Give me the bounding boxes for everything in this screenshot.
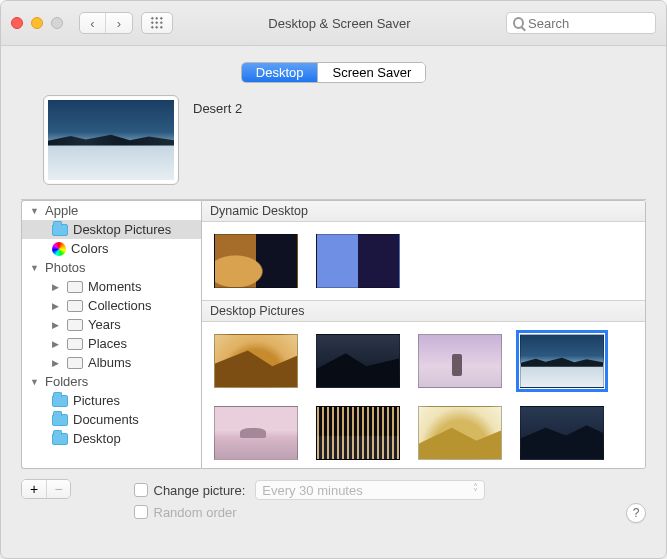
folder-icon [52, 395, 68, 407]
wallpaper-preview [43, 95, 179, 185]
disclosure-triangle-icon[interactable] [30, 377, 40, 387]
gallery-section-desktop-pictures: Desktop Pictures [202, 300, 645, 322]
sidebar-item-label: Albums [88, 355, 131, 370]
wallpaper-thumb[interactable] [418, 406, 502, 460]
wallpaper-name: Desert 2 [193, 95, 242, 116]
sidebar-item-label: Places [88, 336, 127, 351]
sidebar-label: Photos [45, 260, 85, 275]
stepper-icon: ˄˅ [473, 485, 478, 495]
minimize-icon[interactable] [31, 17, 43, 29]
wallpaper-thumb[interactable] [316, 334, 400, 388]
tab-bar: Desktop Screen Saver [1, 46, 666, 93]
gallery-section-dynamic: Dynamic Desktop [202, 201, 645, 222]
disclosure-triangle-icon[interactable] [52, 358, 62, 368]
disclosure-triangle-icon[interactable] [30, 263, 40, 273]
sidebar-item-label: Colors [71, 241, 109, 256]
tab-screen-saver[interactable]: Screen Saver [317, 63, 425, 82]
sidebar-item-collections[interactable]: Collections [22, 296, 201, 315]
folder-icon [52, 433, 68, 445]
browser: Apple Desktop Pictures Colors Photos Mom… [21, 199, 646, 469]
wallpaper-thumb[interactable] [520, 406, 604, 460]
search-input[interactable] [528, 16, 649, 31]
add-folder-button[interactable]: + [22, 480, 46, 498]
nav-back-forward: ‹ › [79, 12, 133, 34]
sidebar-item-pictures[interactable]: Pictures [22, 391, 201, 410]
sidebar-item-desktop[interactable]: Desktop [22, 429, 201, 448]
disclosure-triangle-icon[interactable] [52, 301, 62, 311]
change-picture-checkbox[interactable] [134, 483, 148, 497]
random-order-checkbox [134, 505, 148, 519]
current-wallpaper: Desert 2 [1, 93, 666, 199]
sidebar-section-folders[interactable]: Folders [22, 372, 201, 391]
sidebar-item-label: Desktop [73, 431, 121, 446]
search-icon [513, 17, 524, 29]
sidebar-item-label: Years [88, 317, 121, 332]
sidebar-item-moments[interactable]: Moments [22, 277, 201, 296]
sidebar-section-photos[interactable]: Photos [22, 258, 201, 277]
disclosure-triangle-icon[interactable] [52, 339, 62, 349]
sidebar-item-label: Pictures [73, 393, 120, 408]
sidebar-item-label: Documents [73, 412, 139, 427]
folder-icon [52, 224, 68, 236]
color-wheel-icon [52, 242, 66, 256]
preferences-window: ‹ › Desktop & Screen Saver Desktop Scree… [0, 0, 667, 559]
sidebar-item-desktop-pictures[interactable]: Desktop Pictures [22, 220, 201, 239]
wallpaper-thumb[interactable] [316, 406, 400, 460]
wallpaper-gallery[interactable]: Dynamic Desktop Desktop Pictures [201, 200, 646, 469]
source-sidebar[interactable]: Apple Desktop Pictures Colors Photos Mom… [21, 200, 201, 469]
disclosure-triangle-icon[interactable] [52, 282, 62, 292]
wallpaper-thumb[interactable] [214, 406, 298, 460]
random-order-label: Random order [154, 505, 237, 520]
footer: + − Change picture: Every 30 minutes ˄˅ … [1, 469, 666, 529]
sidebar-section-apple[interactable]: Apple [22, 201, 201, 220]
sidebar-item-albums[interactable]: Albums [22, 353, 201, 372]
grid-icon [150, 16, 164, 30]
sidebar-item-places[interactable]: Places [22, 334, 201, 353]
search-field[interactable] [506, 12, 656, 34]
sidebar-item-label: Collections [88, 298, 152, 313]
wallpaper-thumb[interactable] [316, 234, 400, 288]
sidebar-label: Apple [45, 203, 78, 218]
sidebar-item-label: Desktop Pictures [73, 222, 171, 237]
change-picture-label: Change picture: [154, 483, 246, 498]
sidebar-item-colors[interactable]: Colors [22, 239, 201, 258]
forward-button[interactable]: › [106, 13, 132, 33]
wallpaper-thumb-selected[interactable] [520, 334, 604, 388]
album-icon [67, 300, 83, 312]
chevron-left-icon: ‹ [90, 16, 94, 31]
change-interval-select: Every 30 minutes ˄˅ [255, 480, 485, 500]
tab-desktop[interactable]: Desktop [242, 63, 318, 82]
zoom-icon [51, 17, 63, 29]
album-icon [67, 338, 83, 350]
close-icon[interactable] [11, 17, 23, 29]
disclosure-triangle-icon[interactable] [52, 320, 62, 330]
titlebar: ‹ › Desktop & Screen Saver [1, 1, 666, 46]
change-interval-value: Every 30 minutes [262, 483, 362, 498]
wallpaper-thumb[interactable] [418, 334, 502, 388]
wallpaper-thumb[interactable] [214, 234, 298, 288]
sidebar-label: Folders [45, 374, 88, 389]
wallpaper-thumb[interactable] [214, 334, 298, 388]
sidebar-item-label: Moments [88, 279, 141, 294]
album-icon [67, 281, 83, 293]
sidebar-item-documents[interactable]: Documents [22, 410, 201, 429]
window-controls [11, 17, 63, 29]
remove-folder-button: − [46, 480, 70, 498]
sidebar-item-years[interactable]: Years [22, 315, 201, 334]
back-button[interactable]: ‹ [80, 13, 106, 33]
folder-icon [52, 414, 68, 426]
random-order-row: Random order [134, 501, 564, 523]
wallpaper-preview-image [48, 100, 174, 180]
help-button[interactable]: ? [626, 503, 646, 523]
album-icon [67, 319, 83, 331]
window-title: Desktop & Screen Saver [181, 16, 498, 31]
show-all-button[interactable] [141, 12, 173, 34]
add-remove-source: + − [21, 479, 71, 499]
disclosure-triangle-icon[interactable] [30, 206, 40, 216]
chevron-right-icon: › [117, 16, 121, 31]
change-picture-row: Change picture: Every 30 minutes ˄˅ [134, 479, 564, 501]
album-icon [67, 357, 83, 369]
